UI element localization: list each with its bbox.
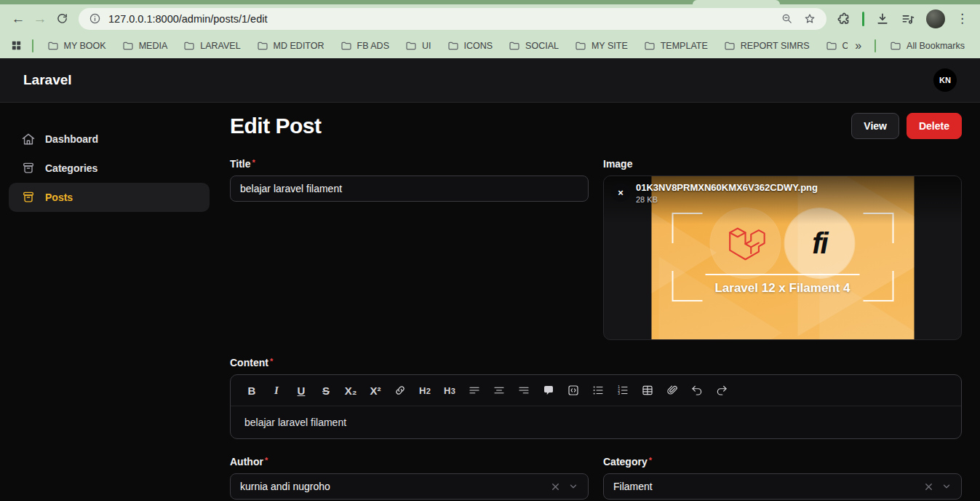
user-avatar[interactable]: KN [933,68,957,92]
image-upload-card[interactable]: fi Laravel 12 x Filament 4 × 01K3NV8PRMX… [603,175,962,340]
bookmarks-separator [875,39,876,52]
folder-icon [405,40,417,52]
bookmark-folder[interactable]: CCTV [818,36,848,55]
browser-toolbar: ← → 127.0.0.1:8000/admin/posts/1/edit ⋮ [0,4,980,33]
superscript-button[interactable]: X² [364,379,387,402]
chevron-down-icon[interactable] [568,481,578,492]
folder-icon [644,40,656,52]
align-left-button[interactable] [463,379,486,402]
view-button[interactable]: View [851,113,899,139]
author-field-group: Author* kurnia andi nugroho [230,456,589,500]
image-field-group: Image [603,158,962,340]
media-controls-icon[interactable] [901,12,915,26]
required-asterisk: * [270,357,273,366]
delete-button[interactable]: Delete [907,113,962,139]
remove-file-button[interactable]: × [611,183,630,202]
extensions-icon[interactable] [837,12,851,26]
chevron-down-icon[interactable] [941,481,952,492]
url-text[interactable]: 127.0.0.1:8000/admin/posts/1/edit [108,13,773,25]
bookmarks-overflow-chevron[interactable]: » [848,39,869,52]
browser-tab[interactable] [693,0,780,4]
apps-grid-icon[interactable] [7,36,26,55]
ordered-list-button[interactable]: 123 [611,379,634,402]
code-block-icon [567,384,580,397]
site-info-icon[interactable] [89,12,101,25]
italic-button[interactable]: I [265,379,288,402]
browser-menu-icon[interactable]: ⋮ [956,11,968,26]
h3-icon: H3 [444,385,455,396]
bold-button[interactable]: B [240,379,263,402]
folder-icon [122,40,134,52]
italic-icon: I [274,384,279,397]
bookmark-folder[interactable]: SOCIAL [501,36,567,55]
underline-icon: U [298,384,306,397]
browser-actions: ⋮ [832,9,973,28]
bookmark-folder[interactable]: REPORT SIMRS [716,36,818,55]
clear-selection-icon[interactable] [923,481,934,492]
link-icon [394,384,407,397]
forward-button[interactable]: → [29,8,51,30]
folder-icon [575,40,586,52]
ordered-list-icon: 123 [616,384,629,397]
h2-icon: H2 [419,385,431,396]
downloads-icon[interactable] [875,12,890,26]
bookmark-folder[interactable]: ICONS [439,36,501,55]
underline-button[interactable]: U [290,379,313,402]
required-asterisk: * [649,456,652,465]
undo-button[interactable] [685,379,709,402]
image-caption: Laravel 12 x Filament 4 [651,281,914,296]
link-button[interactable] [389,379,412,402]
blockquote-button[interactable] [537,379,560,402]
code-block-button[interactable] [562,379,585,402]
extension-indicator [862,12,864,26]
zoom-icon[interactable] [781,12,793,25]
author-select[interactable]: kurnia andi nugroho [230,473,589,500]
bookmark-folder[interactable]: TEMPLATE [636,36,716,55]
bookmark-folder[interactable]: MEDIA [114,36,176,55]
align-right-button[interactable] [512,379,535,402]
sidebar-item-dashboard[interactable]: Dashboard [9,125,210,154]
sidebar-item-posts[interactable]: Posts [9,183,210,212]
align-right-icon [517,384,530,397]
bold-icon: B [248,384,256,397]
refresh-button[interactable] [51,8,73,30]
back-button[interactable]: ← [7,8,29,30]
h3-button[interactable]: H3 [438,379,461,402]
bookmark-folder[interactable]: MY SITE [567,36,636,55]
redo-button[interactable] [710,379,733,402]
browser-profile-avatar[interactable] [926,9,945,28]
browser-tab-strip [0,0,980,4]
folder-icon [826,40,837,52]
bookmark-folder[interactable]: MD EDITOR [249,36,332,55]
app-brand[interactable]: Laravel [23,72,72,88]
attachment-button[interactable] [661,379,684,402]
home-icon [21,132,36,146]
folder-icon [47,40,59,52]
title-label: Title* [230,158,589,170]
title-input[interactable]: belajar laravel filament [230,175,589,202]
table-button[interactable] [636,379,659,402]
bookmark-folder[interactable]: FB ADS [332,36,397,55]
required-asterisk: * [252,158,255,167]
clear-selection-icon[interactable] [550,481,561,492]
blockquote-icon [542,384,555,397]
table-icon [641,384,654,397]
file-name: 01K3NV8PRMXN60KMX6V362CDWY.png [636,182,818,193]
address-bar[interactable]: 127.0.0.1:8000/admin/posts/1/edit [79,8,826,30]
category-select[interactable]: Filament [603,473,962,500]
bookmark-star-icon[interactable] [803,12,816,25]
h2-button[interactable]: H2 [413,379,437,402]
all-bookmarks-button[interactable]: All Bookmarks [882,36,973,55]
editor-content-area[interactable]: belajar laravel filament [231,406,961,438]
caption-divider [706,274,860,275]
bullet-list-button[interactable] [586,379,610,402]
bookmark-folder[interactable]: UI [397,36,439,55]
sidebar-item-categories[interactable]: Categories [9,154,210,183]
refresh-icon [56,12,68,25]
bookmark-folder[interactable]: LARAVEL [175,36,248,55]
align-center-button[interactable] [487,379,511,402]
bookmark-folder[interactable]: MY BOOK [39,36,114,55]
superscript-icon: X² [370,384,381,397]
subscript-button[interactable]: X₂ [339,379,362,402]
strikethrough-button[interactable]: S [314,379,338,402]
